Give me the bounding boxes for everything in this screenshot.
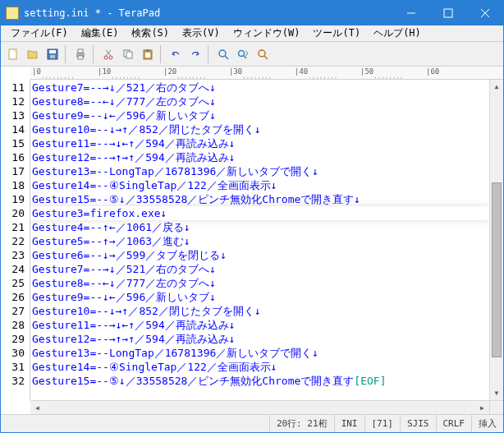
code-line[interactable]: Gesture14=--④SingleTap／122／全画面表示↓ (30, 178, 489, 192)
minimize-button[interactable] (392, 1, 429, 25)
code-line[interactable]: Gesture15=--⑤↓／33558528／ピンチ無効化Chromeで開き直… (30, 192, 489, 206)
menu-search[interactable]: 検索(S) (125, 25, 176, 42)
code-line[interactable]: Gesture8=--←↓／777／左のタブへ↓ (30, 276, 489, 290)
code-line[interactable]: Gesture9=--↓←／596／新しいタブ↓ (30, 290, 489, 304)
menu-view[interactable]: 表示(V) (176, 25, 227, 42)
status-eol: CRLF (437, 415, 473, 432)
code-line[interactable]: Gesture12=--→↑→↑／594／再読み込み↓ (30, 150, 489, 164)
scroll-up-button[interactable]: ▲ (490, 80, 503, 94)
svg-line-23 (244, 56, 246, 58)
svg-point-13 (104, 56, 108, 59)
menu-tool[interactable]: ツール(T) (306, 25, 367, 42)
code-line[interactable]: Gesture11=--→↓←↑／594／再読み込み↓ (30, 136, 489, 150)
status-insert: 挿入 (472, 415, 503, 432)
line-number: 12 (1, 94, 25, 108)
line-number: 11 (1, 81, 25, 94)
line-number: 29 (1, 332, 25, 346)
status-encoding: SJIS (401, 415, 437, 432)
window-title: setting.ini * - TeraPad (24, 7, 392, 19)
close-button[interactable] (466, 1, 503, 25)
code-line[interactable]: Gesture10=--↓→↑／852／閉じたタブを開く↓ (30, 304, 489, 318)
svg-rect-18 (146, 49, 149, 52)
menubar: ファイル(F) 編集(E) 検索(S) 表示(V) ウィンドウ(W) ツール(T… (1, 25, 503, 42)
toolbar-sep (93, 45, 96, 63)
code-line[interactable]: Gesture3=firefox.exe↓ (30, 206, 489, 220)
code-line[interactable]: Gesture10=--↓→↑／852／閉じたタブを開く↓ (30, 122, 489, 136)
code-line[interactable]: Gesture7=--→↓／521／右のタブへ↓ (30, 262, 489, 276)
status-code: [71] (365, 415, 401, 432)
code-line[interactable]: Gesture7=--→↓／521／右のタブへ↓ (30, 81, 489, 94)
menu-help[interactable]: ヘルプ(H) (367, 25, 428, 42)
code-line[interactable]: Gesture5=--↑→／1063／進む↓ (30, 234, 489, 248)
code-line[interactable]: Gesture13=--LongTap／16781396／新しいタブで開く↓ (30, 164, 489, 178)
code-line[interactable]: Gesture8=--←↓／777／左のタブへ↓ (30, 94, 489, 108)
line-number: 20 (1, 206, 25, 220)
scroll-thumb[interactable] (492, 182, 502, 358)
svg-point-20 (219, 50, 226, 57)
open-button[interactable] (24, 45, 42, 63)
line-number: 19 (1, 192, 25, 206)
toolbar-sep (160, 45, 163, 63)
scroll-right-button[interactable]: ▶ (475, 401, 489, 414)
line-number: 23 (1, 248, 25, 262)
undo-button[interactable] (167, 45, 185, 63)
statusbar: 20行: 21桁 INI [71] SJIS CRLF 挿入 (1, 414, 503, 432)
redo-button[interactable] (186, 45, 204, 63)
svg-point-24 (259, 50, 265, 57)
cut-button[interactable] (99, 45, 117, 63)
app-icon (6, 7, 19, 20)
toolbar-sep (208, 45, 211, 63)
menu-edit[interactable]: 編集(E) (75, 25, 126, 42)
line-number: 31 (1, 360, 25, 374)
svg-point-14 (109, 56, 112, 59)
line-number: 24 (1, 262, 25, 276)
line-number: 15 (1, 136, 25, 150)
code-line[interactable]: Gesture14=--④SingleTap／122／全画面表示↓ (30, 360, 489, 374)
menu-file[interactable]: ファイル(F) (4, 25, 75, 42)
editor[interactable]: 1112131415161718192021222324252627282930… (1, 80, 503, 400)
horizontal-scrollbar[interactable]: ◀ ▶ (30, 400, 503, 414)
new-button[interactable] (4, 45, 22, 63)
status-position: 20行: 21桁 (270, 415, 335, 432)
find-button[interactable] (214, 45, 232, 63)
replace-button[interactable] (254, 45, 272, 63)
menu-window[interactable]: ウィンドウ(W) (227, 25, 307, 42)
status-mode: INI (335, 415, 365, 432)
scroll-left-button[interactable]: ◀ (30, 401, 44, 414)
line-number: 14 (1, 122, 25, 136)
titlebar[interactable]: setting.ini * - TeraPad (1, 1, 503, 25)
code-line[interactable]: Gesture6=--↓→／599／タブを閉じる↓ (30, 248, 489, 262)
line-number: 28 (1, 318, 25, 332)
svg-rect-7 (50, 55, 55, 58)
line-number: 30 (1, 346, 25, 360)
save-button[interactable] (44, 45, 62, 63)
toolbar (1, 42, 503, 67)
code-line[interactable]: Gesture4=--↑←／1061／戻る↓ (30, 220, 489, 234)
svg-rect-9 (78, 49, 83, 53)
find-next-button[interactable] (234, 45, 252, 63)
code-line[interactable]: Gesture13=--LongTap／16781396／新しいタブで開く↓ (30, 346, 489, 360)
paste-button[interactable] (139, 45, 157, 63)
vertical-scrollbar[interactable]: ▲ ▼ (489, 80, 503, 400)
code-line[interactable]: Gesture11=--→↓←↑／594／再読み込み↓ (30, 318, 489, 332)
svg-point-22 (239, 50, 245, 56)
maximize-button[interactable] (429, 1, 466, 25)
svg-rect-6 (49, 50, 56, 53)
svg-rect-19 (145, 53, 150, 58)
print-button[interactable] (71, 45, 89, 63)
line-number: 25 (1, 276, 25, 290)
line-number: 27 (1, 304, 25, 318)
line-number: 17 (1, 164, 25, 178)
code-line[interactable]: Gesture9=--↓←／596／新しいタブ↓ (30, 108, 489, 122)
app-window: setting.ini * - TeraPad ファイル(F) 編集(E) 検索… (0, 0, 504, 433)
code-area[interactable]: Gesture7=--→↓／521／右のタブへ↓Gesture8=--←↓／77… (30, 80, 489, 400)
svg-rect-16 (126, 52, 132, 58)
line-number: 16 (1, 150, 25, 164)
code-line[interactable]: Gesture12=--→↑→↑／594／再読み込み↓ (30, 332, 489, 346)
scroll-track[interactable] (44, 401, 475, 414)
code-line[interactable]: Gesture15=--⑤↓／33558528／ピンチ無効化Chromeで開き直… (30, 374, 489, 388)
scroll-down-button[interactable]: ▼ (490, 386, 503, 400)
svg-rect-1 (444, 9, 452, 17)
copy-button[interactable] (119, 45, 137, 63)
toolbar-sep (65, 45, 68, 63)
